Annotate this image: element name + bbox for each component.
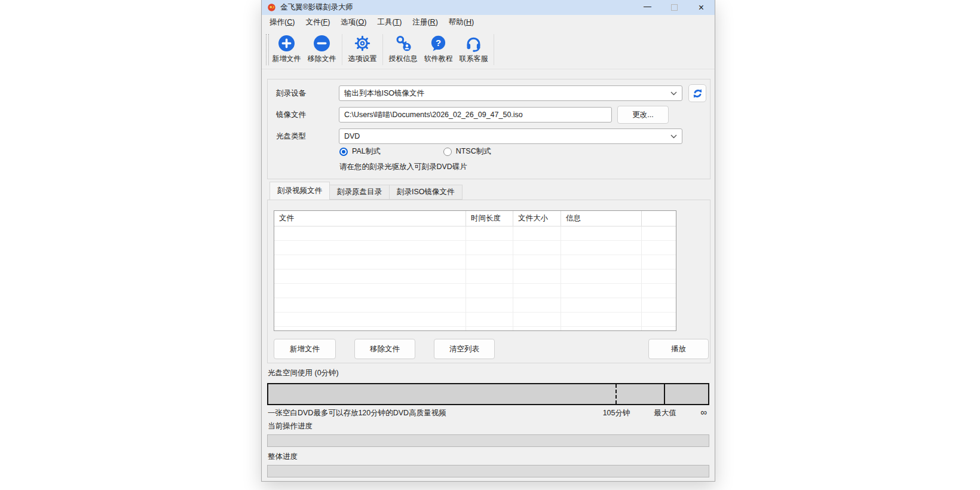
toolbar: 新增文件 移除文件 选项设置	[262, 30, 715, 69]
disc-space-title: 光盘空间使用 (0分钟)	[268, 368, 339, 378]
toolbar-label: 移除文件	[308, 54, 336, 64]
app-window: 金飞翼®影碟刻录大师 — × 操作(C) 文件(F) 选项(O) 工具(T) 注…	[261, 0, 715, 482]
file-list-panel: 文件 时间长度 文件大小 信息 新增文件 移除文件 清空列表 播放	[267, 200, 710, 363]
toolbar-separator	[382, 34, 383, 65]
image-path-input[interactable]: C:\Users\喵喵\Documents\2026_02_26_09_47_5…	[339, 107, 612, 122]
table-row[interactable]	[274, 298, 676, 313]
maximize-button[interactable]	[661, 0, 688, 15]
file-table-body	[274, 226, 676, 331]
current-progress-bar	[267, 434, 709, 447]
minimize-icon: —	[644, 2, 651, 11]
titlebar: 金飞翼®影碟刻录大师 — ×	[262, 0, 715, 15]
toolbar-separator	[494, 34, 494, 65]
menubar: 操作(C) 文件(F) 选项(O) 工具(T) 注册(R) 帮助(H)	[262, 15, 715, 30]
capacity-caption: 一张空白DVD最多可以存放120分钟的DVD高质量视频 105分钟 最大值 ∞	[267, 408, 709, 418]
capacity-hint: 一张空白DVD最多可以存放120分钟的DVD高质量视频	[268, 408, 446, 418]
close-button[interactable]: ×	[688, 0, 715, 15]
toolbar-add-file-button[interactable]: 新增文件	[269, 35, 304, 64]
menu-item-tools[interactable]: 工具(T)	[372, 16, 407, 29]
toolbar-settings-button[interactable]: 选项设置	[345, 35, 380, 64]
image-path-value: C:\Users\喵喵\Documents\2026_02_26_09_47_5…	[344, 110, 523, 120]
radio-pal[interactable]	[339, 148, 348, 156]
toolbar-label: 选项设置	[348, 54, 377, 64]
add-file-button[interactable]: 新增文件	[274, 339, 336, 359]
menu-item-file[interactable]: 文件(F)	[300, 16, 335, 29]
toolbar-license-button[interactable]: 授权信息	[385, 35, 421, 64]
minimize-button[interactable]: —	[634, 0, 661, 15]
play-button[interactable]: 播放	[648, 339, 709, 359]
change-button[interactable]: 更改...	[617, 106, 669, 124]
table-header: 文件 时间长度 文件大小 信息	[274, 211, 676, 226]
chevron-down-icon	[670, 91, 677, 96]
toolbar-label: 软件教程	[424, 54, 453, 64]
table-row[interactable]	[274, 241, 676, 255]
toolbar-remove-file-button[interactable]: 移除文件	[304, 35, 339, 64]
table-row[interactable]	[274, 226, 676, 241]
device-label: 刻录设备	[276, 85, 306, 101]
toolbar-support-button[interactable]: 联系客服	[456, 35, 491, 64]
tab-strip: 刻录视频文件 刻录原盘目录 刻录ISO镜像文件	[270, 182, 463, 200]
toolbar-label: 联系客服	[460, 54, 488, 64]
column-info[interactable]: 信息	[561, 211, 642, 226]
menu-item-operation[interactable]: 操作(C)	[264, 16, 300, 29]
svg-text:?: ?	[436, 38, 441, 48]
image-file-label: 镜像文件	[276, 107, 306, 122]
disc-type-select[interactable]: DVD	[339, 128, 682, 144]
toolbar-label: 新增文件	[272, 54, 301, 64]
menu-item-register[interactable]: 注册(R)	[407, 16, 443, 29]
column-size[interactable]: 文件大小	[513, 211, 561, 226]
table-row[interactable]	[274, 313, 676, 327]
radio-pal-label: PAL制式	[352, 146, 381, 157]
refresh-icon	[693, 88, 703, 99]
remove-file-button[interactable]: 移除文件	[354, 339, 415, 359]
table-row[interactable]	[274, 270, 676, 284]
burn-settings-panel: 刻录设备 输出到本地ISO镜像文件 镜像文件 C:\Users\喵喵\Docum…	[267, 79, 710, 179]
menu-item-options[interactable]: 选项(O)	[335, 16, 372, 29]
headset-icon	[465, 35, 482, 52]
device-select-value: 输出到本地ISO镜像文件	[344, 88, 424, 99]
table-row[interactable]	[274, 255, 676, 270]
tab-burn-video-files[interactable]: 刻录视频文件	[270, 182, 330, 200]
toolbar-tutorial-button[interactable]: ? 软件教程	[421, 35, 456, 64]
column-file[interactable]: 文件	[274, 211, 466, 226]
max-value-label: 最大值	[641, 408, 689, 418]
question-circle-icon: ?	[430, 35, 447, 52]
radio-ntsc-label: NTSC制式	[456, 146, 491, 157]
infinity-label: ∞	[700, 407, 707, 417]
toolbar-separator	[342, 34, 342, 65]
disc-type-value: DVD	[344, 132, 360, 140]
disc-type-label: 光盘类型	[276, 128, 306, 144]
chevron-down-icon	[670, 134, 677, 139]
tab-burn-iso-image[interactable]: 刻录ISO镜像文件	[390, 185, 463, 200]
menu-item-help[interactable]: 帮助(H)	[443, 16, 479, 29]
toolbar-label: 授权信息	[389, 54, 418, 64]
radio-ntsc[interactable]	[443, 148, 452, 156]
overall-progress-bar	[267, 465, 709, 477]
maximize-icon	[671, 4, 678, 11]
table-row[interactable]	[274, 327, 676, 331]
hint-text: 请在您的刻录光驱放入可刻录DVD碟片	[339, 162, 467, 172]
clear-list-button[interactable]: 清空列表	[434, 339, 495, 359]
close-icon: ×	[699, 3, 704, 13]
column-extra	[642, 211, 676, 226]
plus-circle-icon	[278, 35, 295, 52]
capacity-bar	[267, 383, 709, 405]
capacity-dashed-marker	[615, 384, 617, 404]
current-progress-label: 当前操作进度	[268, 421, 313, 431]
table-row[interactable]	[274, 284, 676, 298]
tab-burn-disc-folder[interactable]: 刻录原盘目录	[330, 185, 390, 200]
column-duration[interactable]: 时间长度	[466, 211, 513, 226]
window-title: 金飞翼®影碟刻录大师	[280, 2, 353, 13]
capacity-max-marker	[664, 384, 665, 404]
refresh-devices-button[interactable]	[688, 84, 706, 102]
overall-progress-label: 整体进度	[268, 452, 298, 462]
gear-icon	[354, 35, 371, 52]
device-select[interactable]: 输出到本地ISO镜像文件	[339, 85, 682, 101]
marker-minutes-label: 105分钟	[593, 408, 641, 418]
minus-circle-icon	[313, 35, 330, 52]
file-table: 文件 时间长度 文件大小 信息	[274, 210, 676, 331]
key-user-icon	[394, 35, 412, 52]
app-logo-icon	[267, 3, 276, 12]
